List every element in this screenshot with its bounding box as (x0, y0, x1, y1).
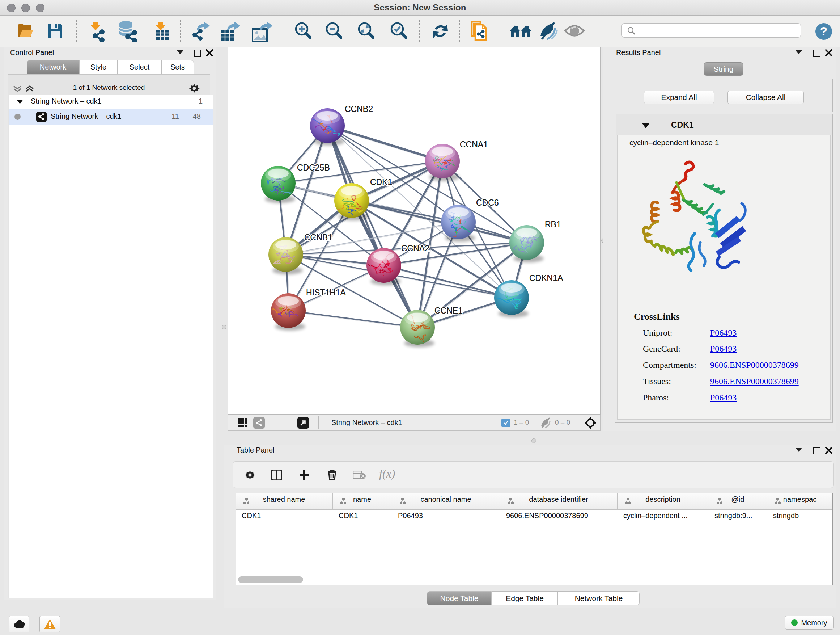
svg-text:CCNA1: CCNA1 (460, 140, 488, 149)
svg-text:CCNE1: CCNE1 (434, 306, 463, 315)
svg-text:CCNB1: CCNB1 (304, 233, 332, 242)
svg-text:CCNA2: CCNA2 (401, 244, 429, 253)
svg-text:CDC6: CDC6 (476, 198, 499, 207)
svg-text:RB1: RB1 (545, 220, 561, 229)
svg-text:CCNB2: CCNB2 (345, 104, 373, 114)
svg-text:CDKN1A: CDKN1A (529, 273, 563, 283)
svg-text:CDC25B: CDC25B (297, 163, 330, 172)
svg-text:CDK1: CDK1 (370, 177, 392, 187)
svg-text:HIST1H1A: HIST1H1A (306, 288, 346, 297)
